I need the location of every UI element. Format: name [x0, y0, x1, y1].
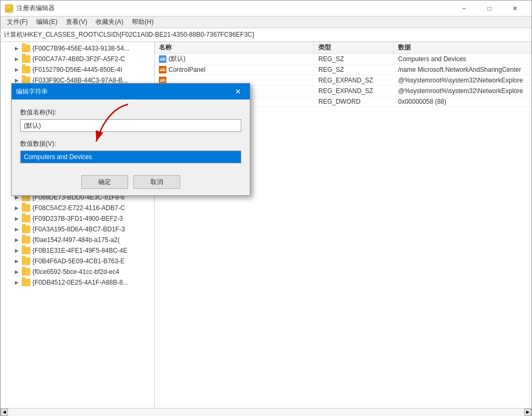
cancel-button[interactable]: 取消: [133, 175, 180, 189]
dialog-title: 编辑字符串: [16, 87, 48, 96]
ok-button[interactable]: 确定: [81, 175, 128, 189]
dialog-buttons: 确定 取消: [20, 175, 241, 189]
name-input[interactable]: [20, 119, 241, 132]
name-label: 数值名称(N):: [20, 108, 241, 117]
edit-string-dialog: 编辑字符串 ✕ 数值名称(N): 数值数据(V): 确定 取消: [11, 83, 250, 196]
dialog-close-button[interactable]: ✕: [231, 86, 246, 97]
data-input[interactable]: [20, 151, 241, 163]
dialog-overlay: 编辑字符串 ✕ 数值名称(N): 数值数据(V): 确定 取消: [1, 1, 531, 415]
dialog-body: 数值名称(N): 数值数据(V): 确定 取消: [12, 99, 250, 195]
data-label: 数值数据(V):: [20, 139, 241, 148]
dialog-title-bar: 编辑字符串 ✕: [12, 84, 250, 99]
main-window: 🔑 注册表编辑器 – □ ✕ 文件(F) 编辑(E) 查看(V) 收藏夹(A) …: [0, 0, 532, 416]
